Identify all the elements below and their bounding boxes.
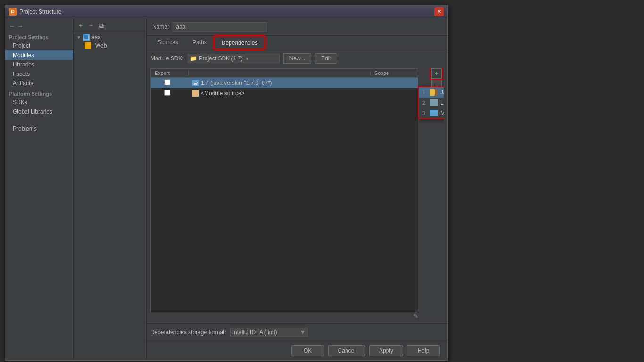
popup-num-3: 3 — [422, 110, 427, 116]
sidebar-nav: ← → — [5, 21, 73, 32]
col-scope: Scope — [371, 70, 418, 76]
dep-table-header: Export Scope — [151, 69, 418, 78]
source-dep-label: <Module source> — [201, 90, 245, 97]
cancel-button[interactable]: Cancel — [328, 345, 365, 356]
col-name — [189, 70, 371, 76]
help-button[interactable]: Help — [407, 345, 440, 356]
sidebar: ← → Project Settings Project Modules Lib… — [5, 18, 74, 360]
tree-remove-button[interactable]: − — [87, 21, 95, 30]
sidebar-item-global-libraries[interactable]: Global Libraries — [5, 107, 73, 116]
tree-toolbar: + − ⧉ — [74, 20, 146, 31]
jars-icon — [430, 89, 438, 96]
sidebar-item-project[interactable]: Project — [5, 41, 73, 50]
dep-export-checkbox-source[interactable] — [164, 90, 170, 96]
tree-copy-button[interactable]: ⧉ — [97, 21, 106, 30]
dep-export-source — [151, 90, 189, 97]
sidebar-item-facets[interactable]: Facets — [5, 69, 73, 79]
popup-item-module-dep-label: Module Dependency... — [440, 110, 444, 116]
storage-format-row: Dependencies storage format: IntelliJ ID… — [147, 323, 447, 341]
storage-label: Dependencies storage format: — [150, 329, 226, 336]
dep-name-source: <Module source> — [189, 90, 371, 97]
nav-back-icon[interactable]: ← — [9, 23, 15, 30]
module-sdk-label: Module SDK: — [150, 55, 184, 62]
sidebar-item-problems[interactable]: Problems — [5, 124, 73, 133]
storage-format-select[interactable]: IntelliJ IDEA (.iml) ▼ — [230, 328, 308, 337]
sdk-value: Project SDK (1.7) — [199, 55, 243, 62]
sdk-dep-icon: ☕ — [192, 80, 199, 86]
edit-sdk-button[interactable]: Edit — [315, 53, 337, 64]
new-sdk-button[interactable]: New... — [283, 53, 311, 64]
popup-num-1: 1 — [422, 90, 427, 95]
module-sdk-select[interactable]: 📁 Project SDK (1.7) ▼ — [188, 54, 280, 63]
dep-side-buttons: + 1 JARs or directories... 2 — [431, 68, 444, 320]
module-tree-web[interactable]: Web — [74, 41, 146, 50]
ok-button[interactable]: OK — [291, 345, 324, 356]
close-button[interactable]: ✕ — [434, 7, 444, 16]
sidebar-item-libraries[interactable]: Libraries — [5, 60, 73, 69]
module-web-label: Web — [95, 42, 107, 49]
popup-item-jars-label: JARs or directories... — [440, 89, 444, 96]
platform-settings-label: Platform Settings — [5, 88, 73, 98]
sdk-dep-label: 1.7 (java version "1.7.0_67") — [201, 80, 272, 86]
tree-expand-icon: ▼ — [76, 35, 81, 40]
module-dep-icon — [430, 110, 438, 116]
storage-value: IntelliJ IDEA (.iml) — [232, 329, 277, 336]
app-icon: IJ — [9, 8, 17, 16]
dialog-title: Project Structure — [19, 8, 434, 15]
web-module-icon — [85, 42, 91, 49]
apply-button[interactable]: Apply — [369, 345, 403, 356]
dep-export-sdk — [151, 79, 189, 87]
name-label: Name: — [152, 24, 169, 30]
dep-table-container: Export Scope — [150, 68, 418, 320]
tree-add-button[interactable]: + — [76, 21, 85, 30]
popup-num-2: 2 — [422, 100, 427, 106]
module-tree-panel: + − ⧉ ▼ aaa Web — [74, 18, 147, 360]
main-content: Name: Sources Paths Dependencies — [147, 18, 447, 360]
library-icon — [430, 99, 438, 106]
dep-row-sdk[interactable]: ☕ 1.7 (java version "1.7.0_67") — [151, 78, 418, 88]
col-export: Export — [151, 70, 189, 76]
module-tree-root[interactable]: ▼ aaa — [74, 33, 146, 41]
dep-add-button[interactable]: + — [431, 68, 442, 79]
module-root-icon — [83, 34, 90, 41]
tab-sources[interactable]: Sources — [150, 36, 185, 49]
sidebar-item-sdks[interactable]: SDKs — [5, 98, 73, 107]
popup-item-library-label: Library... — [440, 99, 444, 106]
dialog-footer: OK Cancel Apply Help — [147, 341, 447, 360]
module-sdk-row: Module SDK: 📁 Project SDK (1.7) ▼ New...… — [150, 53, 444, 64]
popup-item-module-dep[interactable]: 3 Module Dependency... — [419, 108, 444, 118]
edit-icon[interactable]: ✎ — [413, 313, 418, 320]
dependencies-area: Module SDK: 📁 Project SDK (1.7) ▼ New...… — [147, 49, 447, 323]
dep-export-checkbox-sdk[interactable] — [164, 79, 170, 85]
sdk-folder-icon: 📁 — [190, 55, 197, 62]
tabs-row: Sources Paths Dependencies — [147, 36, 447, 49]
module-root-label: aaa — [91, 34, 101, 41]
nav-forward-icon[interactable]: → — [17, 23, 23, 30]
dep-row-source[interactable]: <Module source> — [151, 88, 418, 99]
dep-add-popup-menu: 1 JARs or directories... 2 Library... — [418, 86, 444, 119]
sidebar-item-modules[interactable]: Modules — [5, 50, 73, 60]
tab-dependencies[interactable]: Dependencies — [214, 36, 265, 49]
dep-name-sdk: ☕ 1.7 (java version "1.7.0_67") — [189, 80, 371, 86]
name-input[interactable] — [173, 22, 267, 32]
sdk-dropdown-icon: ▼ — [245, 56, 249, 61]
sidebar-item-artifacts[interactable]: Artifacts — [5, 79, 73, 88]
title-bar: IJ Project Structure ✕ — [5, 5, 447, 18]
popup-item-library[interactable]: 2 Library... — [419, 98, 444, 108]
name-row: Name: — [147, 18, 447, 36]
dep-table-body: ☕ 1.7 (java version "1.7.0_67") — [151, 78, 418, 99]
popup-item-jars[interactable]: 1 JARs or directories... — [419, 87, 444, 98]
tab-paths[interactable]: Paths — [185, 36, 214, 49]
storage-dropdown-icon: ▼ — [300, 329, 305, 336]
source-dep-icon — [192, 90, 199, 97]
dep-table: Export Scope — [150, 68, 418, 312]
project-settings-label: Project Settings — [5, 32, 73, 41]
